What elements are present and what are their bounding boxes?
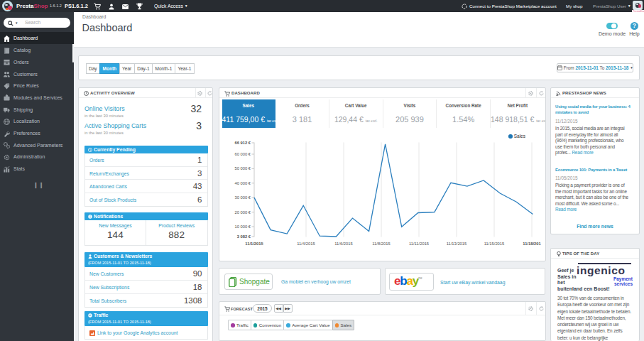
svg-text:3 082 €: 3 082 € [237, 234, 251, 239]
svg-text:11/18/201: 11/18/201 [523, 242, 541, 246]
svg-text:11/13/2015: 11/13/2015 [447, 242, 467, 246]
svg-text:20 000 €: 20 000 € [234, 210, 251, 215]
svg-text:40 000 €: 40 000 € [234, 181, 251, 185]
svg-text:30 000 €: 30 000 € [234, 195, 251, 200]
svg-text:11/11/2015: 11/11/2015 [409, 242, 429, 246]
svg-text:11/4/2015: 11/4/2015 [297, 242, 315, 246]
svg-text:10 000 €: 10 000 € [234, 224, 251, 229]
svg-text:11/6/2015: 11/6/2015 [334, 242, 352, 246]
svg-text:60 000 €: 60 000 € [234, 152, 251, 156]
svg-text:50 000 €: 50 000 € [234, 166, 251, 170]
svg-text:11/8/2015: 11/8/2015 [372, 242, 390, 246]
svg-text:11/1/2015: 11/1/2015 [245, 242, 263, 246]
svg-text:11/15/2015: 11/15/2015 [484, 242, 505, 246]
svg-text:66 912 €: 66 912 € [234, 141, 251, 145]
